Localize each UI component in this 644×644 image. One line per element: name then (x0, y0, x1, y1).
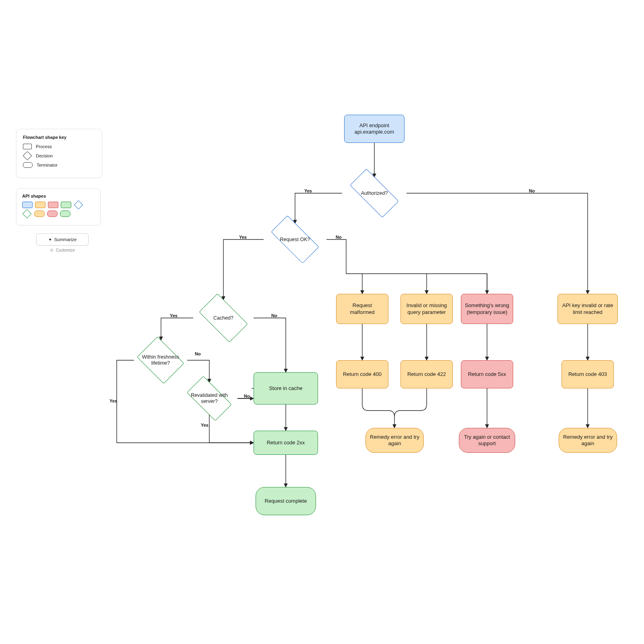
legend-row-decision: Decision (23, 153, 95, 159)
node-cached-label: Cached? (193, 300, 254, 336)
legend-panel: Flowchart shape key Process Decision Ter… (16, 129, 102, 178)
summarize-label: Summarize (54, 237, 77, 242)
swatch-red-process[interactable] (48, 202, 58, 208)
customize-label: Customize (56, 248, 75, 252)
edge-label-requestok-yes: Yes (237, 235, 248, 239)
sliders-icon (50, 248, 54, 252)
legend-title: Flowchart shape key (23, 135, 95, 140)
node-api-key-invalid[interactable]: API key invalid or rate limit reached (557, 294, 618, 324)
swatch-blue-process[interactable] (22, 202, 33, 208)
node-return-2xx-label: Return code 2xx (267, 440, 305, 446)
node-revalidated[interactable]: Revalidated with server? (181, 382, 237, 415)
node-return-5xx[interactable]: Return code 5xx (461, 360, 513, 388)
node-malformed-label: Request malformed (340, 302, 385, 316)
node-request-ok-label: Request OK? (264, 223, 326, 256)
node-return-2xx[interactable]: Return code 2xx (254, 431, 318, 455)
node-return-400[interactable]: Return code 400 (336, 360, 388, 388)
edge-label-freshness-no: No (193, 351, 202, 356)
node-invalid-param-label: Invalid or missing query parameter (404, 302, 449, 316)
node-invalid-param[interactable]: Invalid or missing query parameter (400, 294, 453, 324)
swatch-blue-decision[interactable] (74, 200, 83, 210)
node-something-wrong-label: Something's wrong (temporary issue) (464, 302, 510, 316)
customize-button[interactable]: Customize (36, 248, 89, 252)
process-shape-icon (23, 144, 32, 149)
legend-label-process: Process (36, 144, 52, 149)
swatch-green-decision[interactable] (23, 209, 32, 219)
edge-label-authorized-no: No (527, 188, 537, 193)
swatch-orange-process[interactable] (35, 202, 45, 208)
api-shapes-title: API shapes (22, 194, 95, 198)
node-try-support[interactable]: Try again or contact support (459, 428, 515, 453)
node-return-400-label: Return code 400 (343, 371, 382, 378)
swatch-red-terminator[interactable] (47, 211, 58, 217)
node-remedy-error-label: Remedy error and try again (369, 434, 420, 447)
node-return-403[interactable]: Return code 403 (561, 360, 614, 388)
node-api-endpoint-label: API endpoint api.example.com (355, 122, 394, 136)
edge-label-cached-yes: Yes (168, 313, 179, 318)
edge-label-authorized-yes: Yes (303, 188, 314, 193)
edge-label-cached-no: No (270, 313, 279, 318)
node-authorized-label: Authorized? (342, 177, 407, 209)
api-shapes-panel: API shapes (16, 188, 101, 225)
node-store-cache-label: Store in cache (269, 385, 302, 392)
edges-layer (0, 0, 644, 644)
node-remedy-error[interactable]: Remedy error and try again (365, 428, 424, 453)
legend-row-process: Process (23, 144, 95, 149)
edge-label-freshness-yes: Yes (108, 398, 119, 403)
node-authorized[interactable]: Authorized? (342, 177, 407, 209)
legend-label-decision: Decision (36, 153, 53, 158)
node-return-5xx-label: Return code 5xx (468, 371, 506, 378)
swatch-orange-terminator[interactable] (34, 211, 45, 217)
node-freshness[interactable]: Within freshness lifetime? (134, 340, 187, 380)
edge-label-revalidated-no: No (242, 394, 252, 398)
node-store-cache[interactable]: Store in cache (254, 372, 318, 405)
summarize-button[interactable]: Summarize (36, 233, 89, 246)
flowchart-canvas[interactable]: { "legend": { "title": "Flowchart shape … (0, 0, 644, 644)
node-return-422[interactable]: Return code 422 (400, 360, 453, 388)
sparkle-icon (48, 237, 52, 242)
node-revalidated-label: Revalidated with server? (181, 382, 237, 415)
node-malformed[interactable]: Request malformed (336, 294, 388, 324)
node-remedy-error-2[interactable]: Remedy error and try again (559, 428, 617, 453)
edge-label-revalidated-yes: Yes (199, 423, 210, 427)
node-cached[interactable]: Cached? (193, 300, 254, 336)
node-something-wrong[interactable]: Something's wrong (temporary issue) (461, 294, 513, 324)
legend-row-terminator: Terminator (23, 162, 95, 168)
node-request-complete[interactable]: Request complete (256, 487, 316, 515)
swatch-green-terminator[interactable] (60, 211, 70, 217)
edge-label-requestok-no: No (334, 235, 343, 239)
legend-label-terminator: Terminator (37, 163, 58, 167)
node-remedy-error-2-label: Remedy error and try again (562, 434, 613, 447)
decision-shape-icon (23, 151, 32, 161)
node-request-ok[interactable]: Request OK? (264, 223, 326, 256)
swatch-green-process[interactable] (61, 202, 71, 208)
node-api-endpoint[interactable]: API endpoint api.example.com (344, 115, 405, 143)
node-return-403-label: Return code 403 (568, 371, 607, 378)
node-try-support-label: Try again or contact support (462, 434, 512, 447)
node-request-complete-label: Request complete (265, 498, 307, 504)
node-return-422-label: Return code 422 (407, 371, 446, 378)
side-controls: Summarize Customize (36, 233, 89, 252)
terminator-shape-icon (23, 162, 33, 168)
node-freshness-label: Within freshness lifetime? (134, 340, 187, 380)
node-api-key-invalid-label: API key invalid or rate limit reached (561, 302, 614, 316)
